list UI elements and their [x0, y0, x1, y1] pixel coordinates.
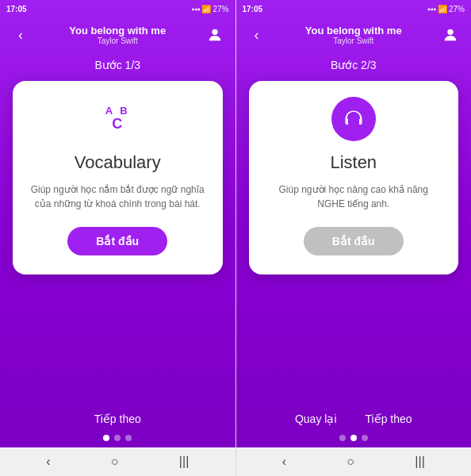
- vocab-card: A B C Vocabulary Giúp người học nắm bắt …: [13, 81, 223, 274]
- back-button-1[interactable]: ‹: [10, 27, 32, 44]
- start-button-2: Bắt đầu: [304, 227, 404, 255]
- song-title-2: You belong with me: [305, 25, 402, 36]
- next-button-1[interactable]: Tiếp theo: [88, 409, 147, 428]
- dot-1-3: [125, 435, 132, 441]
- home-back-icon-2[interactable]: ‹: [282, 455, 286, 469]
- home-bar-1: ‹ ○ |||: [0, 447, 236, 476]
- profile-icon-1[interactable]: [204, 26, 226, 44]
- status-bar-1: 17:05 ▪▪▪ 📶 27%: [0, 0, 236, 17]
- dots-1: [0, 435, 236, 447]
- time-2: 17:05: [243, 5, 263, 13]
- abc-icon: A B C: [95, 97, 140, 141]
- artist-name-2: Taylor Swift: [305, 36, 402, 45]
- step-label-2: Bước 2/3: [236, 59, 472, 71]
- back-button-nav-2[interactable]: Quay lại: [289, 409, 343, 428]
- profile-icon-2[interactable]: [439, 26, 461, 44]
- dot-2-2: [350, 435, 357, 441]
- step-label-1: Bước 1/3: [0, 59, 236, 71]
- status-icons-1: ▪▪▪ 📶 27%: [192, 5, 229, 13]
- screen-2: 17:05 ▪▪▪ 📶 27% ‹ You belong with me Tay…: [236, 0, 472, 476]
- status-bar-2: 17:05 ▪▪▪ 📶 27%: [236, 0, 472, 17]
- dot-1-2: [114, 435, 121, 441]
- home-circle-icon[interactable]: ○: [111, 455, 119, 469]
- screen-1: 17:05 ▪▪▪ 📶 27% ‹ You belong with me Tay…: [0, 0, 236, 476]
- nav-title-1: You belong with me Taylor Swift: [69, 25, 166, 45]
- status-icons-2: ▪▪▪ 📶 27%: [427, 5, 465, 13]
- dot-2-1: [339, 435, 346, 441]
- home-back-icon[interactable]: ‹: [46, 455, 50, 469]
- headphone-icon: [331, 97, 376, 141]
- signal-icon: ▪▪▪: [192, 5, 201, 13]
- top-nav-2: ‹ You belong with me Taylor Swift: [236, 17, 472, 52]
- card-desc-2: Giúp người học nâng cao khả năng NGHE ti…: [265, 182, 443, 211]
- home-bar-2: ‹ ○ |||: [236, 447, 472, 476]
- time-1: 17:05: [6, 5, 27, 13]
- nav-title-2: You belong with me Taylor Swift: [305, 25, 402, 45]
- wifi-icon-2: 📶: [438, 5, 447, 13]
- listen-card: Listen Giúp người học nâng cao khả năng …: [249, 81, 459, 274]
- back-button-2[interactable]: ‹: [246, 27, 268, 44]
- top-nav-1: ‹ You belong with me Taylor Swift: [0, 17, 236, 52]
- card-desc-1: Giúp người học nắm bắt được ngữ nghĩa củ…: [29, 182, 207, 211]
- battery-icon-2: 27%: [449, 5, 465, 13]
- home-square-icon[interactable]: |||: [179, 455, 189, 469]
- next-button-2[interactable]: Tiếp theo: [359, 409, 419, 428]
- svg-point-1: [447, 29, 453, 35]
- song-title-1: You belong with me: [69, 25, 166, 36]
- dot-2-3: [362, 435, 368, 441]
- home-square-icon-2[interactable]: |||: [415, 455, 424, 469]
- start-button-1[interactable]: Bắt đầu: [67, 227, 167, 255]
- card-title-1: Vocabulary: [75, 152, 161, 173]
- bottom-nav-1: Tiếp theo: [0, 397, 236, 435]
- home-circle-icon-2[interactable]: ○: [347, 455, 354, 469]
- wifi-icon: 📶: [201, 5, 211, 13]
- battery-icon: 27%: [213, 5, 228, 13]
- signal-icon-2: ▪▪▪: [427, 5, 436, 13]
- dot-1-1: [103, 435, 109, 441]
- svg-point-0: [212, 29, 217, 35]
- artist-name-1: Taylor Swift: [69, 36, 166, 45]
- dots-2: [236, 435, 472, 447]
- card-title-2: Listen: [330, 152, 377, 173]
- bottom-nav-2: Quay lại Tiếp theo: [236, 397, 472, 435]
